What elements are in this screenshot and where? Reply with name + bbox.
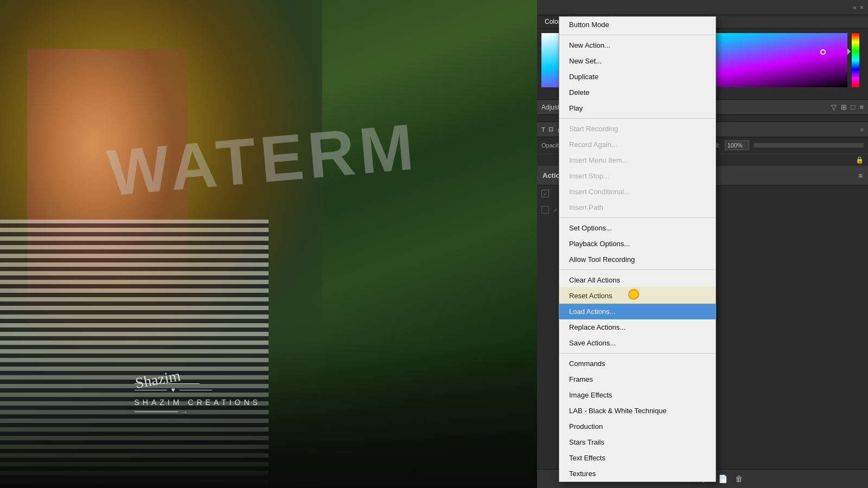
- adj-menu-icon[interactable]: ≡: [859, 103, 864, 111]
- sep-2: [559, 118, 716, 119]
- fill-input[interactable]: [725, 140, 749, 150]
- menu-set-options[interactable]: Set Options...: [559, 220, 716, 236]
- new-action-btn[interactable]: 📄: [718, 474, 727, 483]
- menu-production[interactable]: Production: [559, 419, 716, 434]
- menu-new-set[interactable]: New Set...: [559, 53, 716, 69]
- sep-3: [559, 217, 716, 218]
- hue-strip[interactable]: [852, 33, 859, 87]
- menu-load-actions[interactable]: Load Actions...: [559, 304, 716, 319]
- layers-right-icons: ≡: [860, 126, 864, 133]
- adj-icons: ▽ ⊞ □ ≡: [831, 103, 864, 111]
- menu-new-action[interactable]: New Action...: [559, 37, 716, 53]
- delete-btn[interactable]: 🗑: [735, 474, 743, 483]
- menu-textures[interactable]: Textures: [559, 466, 716, 481]
- fill-slider[interactable]: [754, 143, 864, 147]
- sep-5: [559, 353, 716, 354]
- adj-triangle-icon[interactable]: ▽: [831, 103, 837, 111]
- menu-delete[interactable]: Delete: [559, 85, 716, 100]
- menu-start-recording[interactable]: Start Recording: [559, 121, 716, 137]
- adj-square-icon[interactable]: □: [851, 103, 856, 111]
- menu-reset-actions[interactable]: Reset Actions: [559, 288, 716, 304]
- lock-icon[interactable]: 🔒: [856, 156, 864, 164]
- menu-commands[interactable]: Commands: [559, 356, 716, 371]
- menu-save-actions[interactable]: Save Actions...: [559, 335, 716, 351]
- checkbox-watermark[interactable]: [541, 206, 549, 214]
- sep-4: [559, 269, 716, 270]
- sep-1: [559, 35, 716, 35]
- menu-play[interactable]: Play: [559, 100, 716, 116]
- color-arrow: [847, 48, 851, 55]
- layers-menu-icon[interactable]: ≡: [860, 126, 864, 133]
- menu-insert-menu-item[interactable]: Insert Menu Item...: [559, 152, 716, 168]
- minimize-icon[interactable]: «: [853, 4, 857, 11]
- brand-text: SHAZIM CREATIONS: [135, 398, 261, 407]
- layers-type-label: T: [541, 126, 545, 133]
- canvas-image: WATERM Shazim ♥ SHAZIM CREATIONS →: [0, 0, 537, 488]
- bottom-gradient: [0, 342, 537, 488]
- dropdown-menu: Button Mode New Action... New Set... Dup…: [559, 16, 716, 482]
- menu-replace-actions[interactable]: Replace Actions...: [559, 319, 716, 335]
- menu-insert-conditional[interactable]: Insert Conditional...: [559, 184, 716, 200]
- menu-image-effects[interactable]: Image Effects: [559, 387, 716, 403]
- menu-frames[interactable]: Frames: [559, 371, 716, 387]
- close-icon[interactable]: ×: [860, 4, 864, 11]
- canvas-area: WATERM Shazim ♥ SHAZIM CREATIONS →: [0, 0, 537, 488]
- menu-insert-path[interactable]: Insert Path: [559, 200, 716, 215]
- signature-area: Shazim ♥ SHAZIM CREATIONS →: [135, 364, 261, 415]
- menu-playback-options[interactable]: Playback Options...: [559, 236, 716, 252]
- menu-duplicate[interactable]: Duplicate: [559, 69, 716, 85]
- main-container: WATERM Shazim ♥ SHAZIM CREATIONS →: [0, 0, 868, 488]
- menu-insert-stop[interactable]: Insert Stop...: [559, 168, 716, 184]
- menu-allow-tool-recording[interactable]: Allow Tool Recording: [559, 252, 716, 267]
- checkbox-default[interactable]: ✓: [541, 190, 549, 197]
- menu-stars-trails[interactable]: Stars Trails: [559, 434, 716, 450]
- menu-lab-black-white[interactable]: LAB - Black & White Technique: [559, 403, 716, 419]
- window-controls-bar: « ×: [537, 0, 868, 15]
- adj-grid-icon[interactable]: ⊞: [841, 103, 847, 111]
- checkmark-watermark: ✓: [553, 207, 558, 213]
- color-picker-indicator: [820, 49, 826, 55]
- menu-record-again[interactable]: Record Again...: [559, 137, 716, 152]
- layers-transform-icon: ⊡: [548, 126, 553, 133]
- menu-button-mode[interactable]: Button Mode: [559, 17, 716, 33]
- menu-text-effects[interactable]: Text Effects: [559, 450, 716, 466]
- menu-clear-all-actions[interactable]: Clear All Actions: [559, 272, 716, 288]
- actions-menu-btn[interactable]: ≡: [858, 171, 863, 180]
